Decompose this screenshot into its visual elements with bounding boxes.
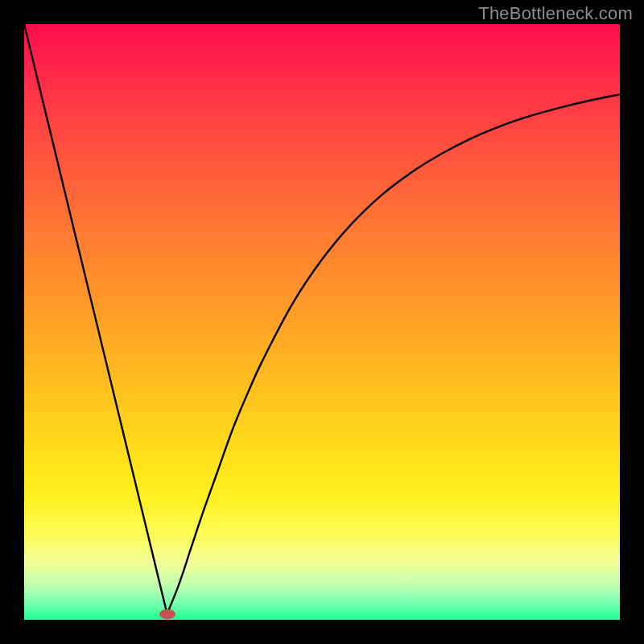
minimum-marker: [159, 609, 175, 619]
watermark-text: TheBottleneck.com: [478, 3, 633, 24]
chart-frame: TheBottleneck.com: [0, 0, 644, 644]
curve-right-branch: [167, 94, 620, 613]
plot-area: [24, 24, 620, 620]
curve-left-branch: [24, 24, 167, 614]
curve-svg: [24, 24, 620, 620]
